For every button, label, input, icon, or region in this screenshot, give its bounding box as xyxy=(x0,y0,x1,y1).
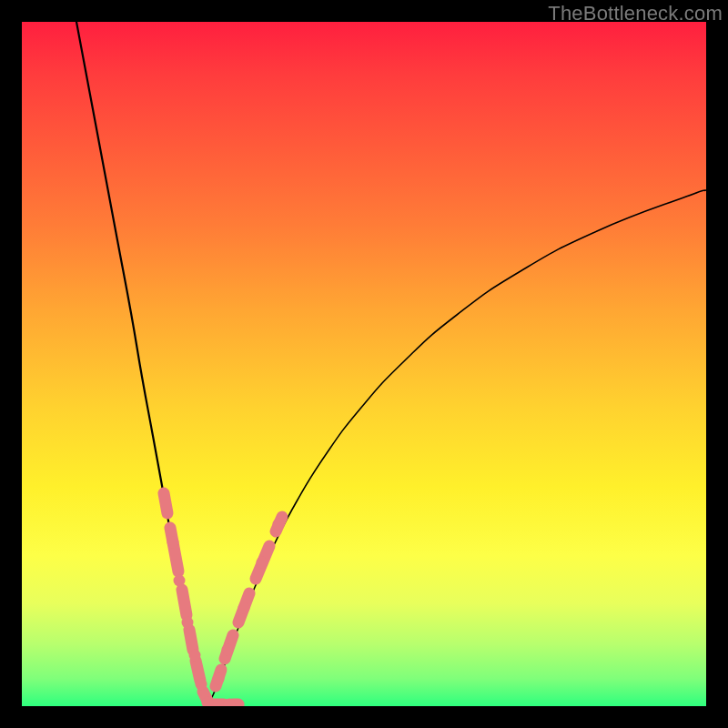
marker-dot xyxy=(189,650,201,662)
marker-dot xyxy=(167,537,179,549)
right-branch-curve xyxy=(208,190,706,704)
marker-segment xyxy=(170,528,178,571)
marker-group xyxy=(164,493,285,706)
marker-segment xyxy=(164,493,167,513)
plot-area xyxy=(22,22,706,706)
marker-segment xyxy=(189,630,193,650)
marker-dot xyxy=(222,644,234,656)
marker-dot xyxy=(182,617,194,629)
marker-dot xyxy=(257,557,268,569)
marker-segment xyxy=(196,661,200,681)
curve-layer xyxy=(22,22,706,706)
marker-segment xyxy=(182,590,187,615)
marker-dot xyxy=(196,679,207,691)
marker-dot xyxy=(273,519,285,531)
chart-frame: TheBottleneck.com xyxy=(0,0,728,728)
marker-dot xyxy=(174,575,186,587)
marker-dot xyxy=(238,602,250,614)
marker-dot xyxy=(213,673,225,685)
